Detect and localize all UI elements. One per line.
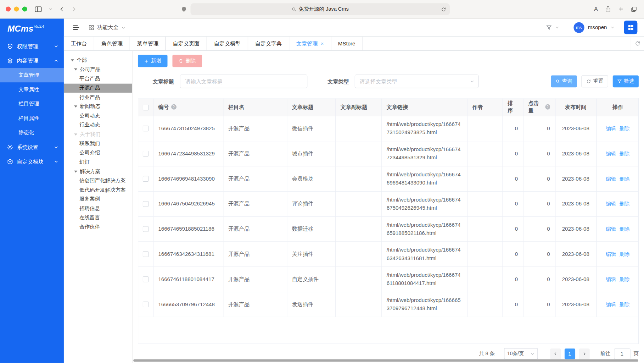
- type-filter-select[interactable]: 请选择文章类型: [355, 75, 478, 88]
- sidebar-item-2[interactable]: 系统设置: [0, 140, 64, 155]
- tab-1[interactable]: 角色管理: [94, 37, 130, 50]
- delete-link[interactable]: 删除: [620, 201, 630, 207]
- row-checkbox[interactable]: [143, 151, 149, 156]
- row-checkbox[interactable]: [143, 276, 149, 282]
- privacy-shield-icon[interactable]: [181, 6, 187, 12]
- delete-link[interactable]: 删除: [620, 150, 630, 156]
- edit-link[interactable]: 编辑: [606, 226, 616, 232]
- column-header-sort[interactable]: 排序: [503, 98, 523, 116]
- current-page-button[interactable]: 1: [564, 348, 575, 359]
- zoom-window-button[interactable]: [22, 7, 27, 12]
- horizontal-scrollbar[interactable]: [133, 359, 643, 362]
- delete-link[interactable]: 删除: [620, 276, 630, 282]
- close-tab-icon[interactable]: ×: [320, 41, 324, 46]
- column-header-title[interactable]: 文章标题: [287, 98, 335, 116]
- row-checkbox[interactable]: [143, 226, 149, 232]
- tree-node-18[interactable]: 合作伙伴: [64, 222, 132, 232]
- tree-node-15[interactable]: 服务案例: [64, 195, 132, 204]
- sidebar-item-0[interactable]: 权限管理: [0, 39, 64, 54]
- delete-link[interactable]: 删除: [620, 126, 630, 131]
- sidebar-subitem-4[interactable]: 静态化: [0, 126, 64, 140]
- tree-node-4[interactable]: 行业产品: [64, 93, 132, 102]
- page-size-select[interactable]: 10条/页: [504, 348, 538, 359]
- tab-2[interactable]: 菜单管理: [130, 37, 166, 50]
- tree-node-5[interactable]: 新闻动态: [64, 102, 132, 111]
- help-icon[interactable]: ?: [171, 104, 176, 110]
- new-tab-icon[interactable]: [618, 6, 624, 12]
- tree-node-2[interactable]: 平台产品: [64, 74, 132, 83]
- address-bar[interactable]: 免费开源的 Java Cms: [191, 3, 450, 15]
- help-icon[interactable]: ?: [545, 104, 550, 110]
- scrollbar-thumb[interactable]: [133, 359, 638, 362]
- tab-3[interactable]: 自定义页面: [166, 37, 207, 50]
- column-header-clicks[interactable]: 点击量?: [523, 98, 555, 116]
- menu-collapse-icon[interactable]: [73, 24, 79, 30]
- tree-node-11[interactable]: 幻灯: [64, 158, 132, 167]
- column-header-id[interactable]: 编号?: [153, 98, 223, 116]
- username[interactable]: msopen: [588, 24, 607, 30]
- funnel-icon[interactable]: [546, 24, 551, 30]
- app-menu[interactable]: 功能大全: [89, 24, 125, 31]
- close-window-button[interactable]: [6, 7, 11, 12]
- tree-node-16[interactable]: 招聘信息: [64, 204, 132, 213]
- tree-node-0[interactable]: 全部: [64, 56, 132, 65]
- tree-node-7[interactable]: 行业动态: [64, 121, 132, 130]
- filter-button[interactable]: 筛选: [613, 75, 639, 87]
- delete-link[interactable]: 删除: [620, 226, 630, 232]
- edit-link[interactable]: 编辑: [606, 176, 616, 181]
- tree-node-14[interactable]: 低代码开发解决方案: [64, 185, 132, 194]
- back-icon[interactable]: [59, 6, 65, 12]
- row-checkbox[interactable]: [143, 176, 149, 182]
- tree-node-3[interactable]: 开源产品: [64, 83, 132, 93]
- edit-link[interactable]: 编辑: [606, 301, 616, 307]
- tree-node-6[interactable]: 公司动态: [64, 111, 132, 120]
- select-all-checkbox[interactable]: [143, 104, 149, 110]
- sidebar-subitem-3[interactable]: 栏目属性: [0, 111, 64, 126]
- tree-node-10[interactable]: 公司介绍: [64, 148, 132, 158]
- tab-4[interactable]: 自定义模型: [207, 37, 248, 50]
- user-avatar[interactable]: ms: [573, 22, 584, 33]
- reset-button[interactable]: 重置: [581, 75, 608, 87]
- row-checkbox[interactable]: [143, 201, 149, 207]
- goto-page-input[interactable]: [614, 348, 630, 359]
- column-header-link[interactable]: 文章链接: [381, 98, 467, 116]
- row-checkbox[interactable]: [143, 252, 149, 257]
- edit-link[interactable]: 编辑: [606, 276, 616, 282]
- tab-6[interactable]: 文章管理×: [289, 37, 331, 50]
- next-page-button[interactable]: [579, 348, 589, 359]
- row-checkbox[interactable]: [143, 126, 149, 131]
- tree-node-8[interactable]: 关于我们: [64, 130, 132, 139]
- column-header-category[interactable]: 栏目名: [223, 98, 287, 116]
- edit-link[interactable]: 编辑: [606, 201, 616, 207]
- add-button[interactable]: 新增: [138, 55, 168, 67]
- text-size-icon[interactable]: A: [594, 6, 598, 12]
- prev-page-button[interactable]: [550, 348, 561, 359]
- tab-0[interactable]: 工作台: [64, 37, 94, 50]
- sidebar-toggle-icon[interactable]: [35, 6, 42, 12]
- edit-link[interactable]: 编辑: [606, 126, 616, 131]
- reload-icon[interactable]: [441, 7, 446, 12]
- column-header-date[interactable]: 发布时间: [555, 98, 596, 116]
- edit-link[interactable]: 编辑: [606, 251, 616, 257]
- sidebar-subitem-2[interactable]: 栏目管理: [0, 97, 64, 111]
- column-header-author[interactable]: 作者: [467, 98, 503, 116]
- row-checkbox[interactable]: [143, 302, 149, 307]
- delete-link[interactable]: 删除: [620, 176, 630, 181]
- tree-node-1[interactable]: 公司产品: [64, 65, 132, 74]
- sidebar-subitem-0[interactable]: 文章管理: [0, 68, 64, 83]
- refresh-tabs-icon[interactable]: [631, 37, 644, 50]
- sidebar-item-1[interactable]: 内容管理: [0, 54, 64, 68]
- tree-node-17[interactable]: 在线留言: [64, 213, 132, 222]
- column-header-ops[interactable]: 操作: [596, 98, 639, 116]
- sidebar-item-3[interactable]: 自定义模块: [0, 154, 64, 169]
- tree-node-13[interactable]: 信创国产化解决方案: [64, 176, 132, 185]
- sidebar-subitem-1[interactable]: 文章属性: [0, 82, 64, 97]
- chevron-down-icon[interactable]: [49, 7, 53, 11]
- title-filter-input[interactable]: [180, 75, 307, 88]
- tab-5[interactable]: 自定义字典: [248, 37, 289, 50]
- tabs-overview-icon[interactable]: [631, 6, 637, 12]
- delete-link[interactable]: 删除: [620, 251, 630, 257]
- forward-icon[interactable]: [71, 6, 77, 12]
- delete-button[interactable]: 删除: [172, 55, 202, 67]
- edit-link[interactable]: 编辑: [606, 150, 616, 156]
